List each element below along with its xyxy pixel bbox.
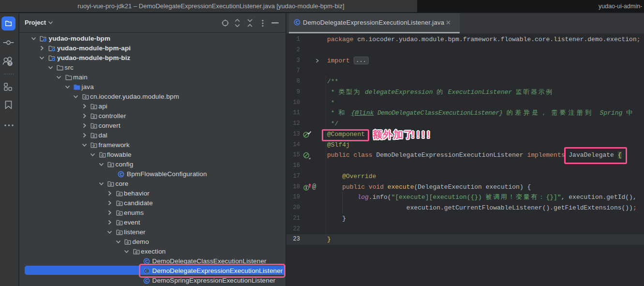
svg-text:C: C xyxy=(120,172,123,177)
svg-text:?: ? xyxy=(9,61,11,66)
svg-text:C: C xyxy=(296,20,299,25)
svg-text:C: C xyxy=(145,278,148,283)
svg-text:C: C xyxy=(145,259,148,264)
